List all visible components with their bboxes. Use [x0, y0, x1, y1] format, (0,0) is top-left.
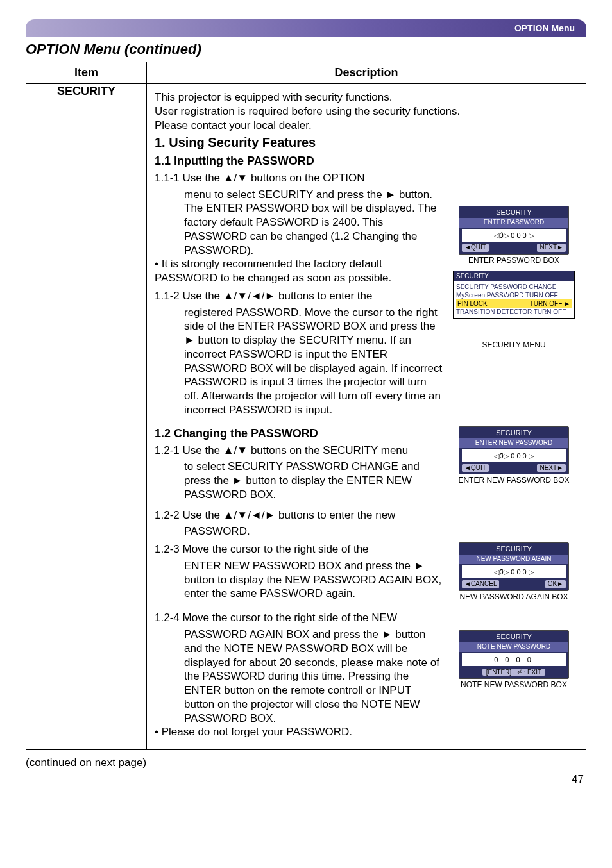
- step-123-lead: 1.2-3 Move the cursor to the right side …: [155, 542, 443, 556]
- step-112-body: registered PASSWORD. Move the cursor to …: [184, 306, 443, 417]
- osd-digits-2: 0 0 0 ▷: [511, 452, 534, 460]
- item-security: SECURITY: [26, 84, 147, 750]
- step-124-body: PASSWORD AGAIN BOX and press the ► butto…: [184, 628, 443, 725]
- osd-note-new: SECURITY NOTE NEW PASSWORD 0 0 0 0 [ENTE…: [459, 630, 569, 679]
- osd-cursor: ◁0̂▷: [494, 231, 509, 239]
- osd-cursor-2: ◁0̂▷: [494, 452, 509, 460]
- osd-enter-exit: [ENTER] , ⏎ : EXIT: [482, 669, 545, 676]
- osd-cancel: ◄CANCEL: [462, 580, 499, 588]
- osd2-line3a: PIN LOCK: [457, 299, 488, 308]
- osd-subtitle-2: ENTER NEW PASSWORD: [459, 438, 568, 448]
- osd-ok: OK►: [545, 580, 566, 588]
- osd-digits-4: 0 0 0 0: [462, 653, 566, 666]
- header-bar: OPTION Menu: [26, 19, 586, 37]
- section-title: OPTION Menu (continued): [26, 41, 586, 58]
- step-111-note: • It is strongly recommended the factory…: [155, 257, 443, 285]
- header-menu-label: OPTION Menu: [514, 23, 575, 33]
- osd-cursor-3: ◁0̂▷: [494, 568, 509, 576]
- osd2-line1: SECURITY PASSWORD CHANGE: [456, 283, 572, 291]
- intro-text: This projector is equipped with security…: [155, 90, 578, 132]
- step-112-lead: 1.1-2 Use the ▲/▼/◄/► buttons to enter t…: [155, 289, 443, 303]
- step-111-lead: 1.1-1 Use the ▲/▼ buttons on the OPTION: [155, 171, 443, 185]
- col-item: Item: [26, 62, 147, 84]
- osd2-line4: TRANSITION DETECTOR TURN OFF: [456, 308, 572, 316]
- osd-next: NEXT►: [537, 244, 566, 252]
- osd-subtitle-4: NOTE NEW PASSWORD: [459, 642, 568, 652]
- continued-label: (continued on next page): [26, 756, 586, 769]
- description-cell: This projector is equipped with security…: [147, 84, 586, 750]
- osd-subtitle-3: NEW PASSWORD AGAIN: [459, 555, 568, 564]
- osd-title-3: SECURITY: [459, 543, 568, 555]
- heading-1: 1. Using Security Features: [155, 135, 578, 151]
- step-121-lead: 1.2-1 Use the ▲/▼ buttons on the SECURIT…: [155, 444, 443, 458]
- page-number: 47: [26, 773, 586, 786]
- step-122-body: PASSWORD.: [184, 524, 443, 538]
- caption-enter-pw: ENTER PASSWORD BOX: [450, 256, 578, 265]
- heading-12: 1.2 Changing the PASSWORD: [155, 426, 443, 441]
- step-124-lead: 1.2-4 Move the cursor to the right side …: [155, 611, 443, 625]
- osd2-line3b: TURN OFF ►: [530, 299, 570, 308]
- step-124-note: • Please do not forget your PASSWORD.: [155, 725, 443, 739]
- osd2-line2: MyScreen PASSWORD TURN OFF: [456, 291, 572, 299]
- osd-enter-new: SECURITY ENTER NEW PASSWORD ◁0̂▷ 0 0 0 ▷…: [459, 426, 569, 475]
- osd-next-2: NEXT►: [537, 464, 566, 472]
- step-111-body: menu to select SECURITY and press the ► …: [184, 188, 443, 258]
- step-122-lead: 1.2-2 Use the ▲/▼/◄/► buttons to enter t…: [155, 508, 443, 522]
- caption-again: NEW PASSWORD AGAIN BOX: [450, 592, 578, 602]
- caption-secmenu: SECURITY MENU: [450, 340, 578, 350]
- step-123-body: ENTER NEW PASSWORD BOX and press the ► b…: [184, 559, 443, 601]
- osd-quit-2: ◄QUIT: [462, 464, 489, 472]
- osd-quit: ◄QUIT: [462, 244, 489, 252]
- osd2-header: SECURITY: [454, 271, 574, 281]
- osd-title-2: SECURITY: [459, 427, 568, 438]
- osd-digits-3: 0 0 0 ▷: [511, 568, 534, 576]
- step-121-body: to select SECURITY PASSWORD CHANGE and p…: [184, 460, 443, 501]
- osd-enter-password: SECURITY ENTER PASSWORD ◁0̂▷ 0 0 0 ▷ ◄QU…: [459, 206, 569, 255]
- description-table: Item Description SECURITY This projector…: [26, 62, 586, 750]
- osd-title: SECURITY: [459, 206, 568, 218]
- col-desc: Description: [147, 62, 586, 84]
- caption-enter-new: ENTER NEW PASSWORD BOX: [450, 476, 578, 485]
- osd-security-menu: SECURITY SECURITY PASSWORD CHANGE MyScre…: [453, 271, 575, 319]
- heading-11: 1.1 Inputting the PASSWORD: [155, 154, 578, 169]
- osd-subtitle: ENTER PASSWORD: [459, 218, 568, 228]
- osd-title-4: SECURITY: [459, 631, 568, 642]
- caption-note: NOTE NEW PASSWORD BOX: [450, 680, 578, 690]
- osd-digits: 0 0 0 ▷: [511, 231, 534, 239]
- osd-new-again: SECURITY NEW PASSWORD AGAIN ◁0̂▷ 0 0 0 ▷…: [459, 542, 569, 591]
